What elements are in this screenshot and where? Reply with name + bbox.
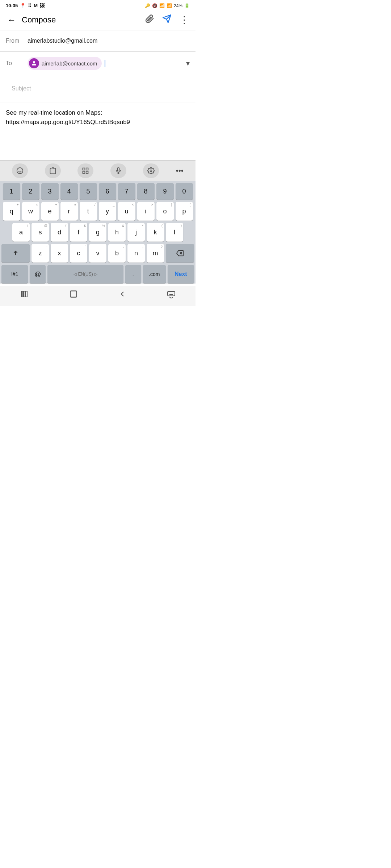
key-y[interactable]: _y xyxy=(99,202,116,221)
shift-button[interactable] xyxy=(1,244,30,263)
back-button[interactable]: ← xyxy=(5,13,18,27)
subject-placeholder[interactable]: Subject xyxy=(6,80,37,97)
key-o[interactable]: [o xyxy=(156,202,174,221)
key-c[interactable]: "c xyxy=(70,244,87,263)
svg-point-3 xyxy=(17,168,23,174)
key-i[interactable]: >i xyxy=(137,202,155,221)
keyboard-zxcv-row: -z x "c v :b ;n ?m xyxy=(1,244,194,263)
dots-icon: ⠿ xyxy=(28,3,31,8)
key-t[interactable]: /t xyxy=(80,202,97,221)
keyboard-qwerty-row: +q ×w ÷e =r /t _y <u >i [o ]p xyxy=(1,202,194,221)
svg-rect-11 xyxy=(117,168,119,171)
key-9[interactable]: 9 xyxy=(156,183,174,200)
home-button[interactable] xyxy=(69,289,78,301)
keyboard-asdf-row: !a @s #d $f %g &h *j (k )l xyxy=(1,223,194,242)
key-5[interactable]: 5 xyxy=(80,183,97,200)
to-field-row[interactable]: To aimerlab@contact.com ▾ xyxy=(0,52,196,75)
key-m[interactable]: ?m xyxy=(147,244,164,263)
key-g[interactable]: %g xyxy=(89,223,106,242)
svg-rect-22 xyxy=(168,292,175,296)
key-s[interactable]: @s xyxy=(31,223,49,242)
status-right: 🔑 🔇 📶 📶 24% 🔋 xyxy=(145,3,190,8)
expand-recipients-button[interactable]: ▾ xyxy=(186,59,190,68)
key-2[interactable]: 2 xyxy=(22,183,39,200)
key-1[interactable]: 1 xyxy=(3,183,20,200)
chip-email: aimerlab@contact.com xyxy=(42,60,97,67)
key-x[interactable]: x xyxy=(51,244,68,263)
dotcom-button[interactable]: .com xyxy=(143,265,166,284)
more-tools-button[interactable]: ••• xyxy=(176,167,184,175)
key-0[interactable]: 0 xyxy=(176,183,193,200)
backspace-button[interactable] xyxy=(166,244,194,263)
keyboard-toolbar: ••• xyxy=(0,160,196,181)
location-icon: 📍 xyxy=(20,3,26,8)
key-f[interactable]: $f xyxy=(70,223,87,242)
key-j[interactable]: *j xyxy=(127,223,145,242)
battery-text: 24% xyxy=(174,3,182,8)
key-d[interactable]: #d xyxy=(51,223,68,242)
key-icon: 🔑 xyxy=(145,3,150,8)
wifi-icon: 📶 xyxy=(159,3,165,8)
from-field-row: From aimerlabstudio@gmail.com xyxy=(0,30,196,51)
next-button[interactable]: Next xyxy=(168,265,194,284)
key-4[interactable]: 4 xyxy=(60,183,78,200)
key-w[interactable]: ×w xyxy=(22,202,39,221)
key-a[interactable]: !a xyxy=(12,223,30,242)
key-n[interactable]: ;n xyxy=(127,244,145,263)
key-u[interactable]: <u xyxy=(118,202,135,221)
key-e[interactable]: ÷e xyxy=(41,202,59,221)
time: 10:05 xyxy=(6,3,18,8)
key-7[interactable]: 7 xyxy=(118,183,135,200)
recipient-chip[interactable]: aimerlab@contact.com xyxy=(28,57,102,70)
chip-avatar xyxy=(29,58,39,68)
emoji-button[interactable] xyxy=(12,163,28,178)
keyboard-number-row: 1 2 3 4 5 6 7 8 9 0 xyxy=(1,183,194,200)
key-b[interactable]: :b xyxy=(108,244,126,263)
svg-rect-9 xyxy=(83,171,85,174)
keyboard-hide-button[interactable] xyxy=(167,290,176,301)
space-key[interactable]: ◁ EN(US) ▷ xyxy=(47,265,123,284)
gmail-icon: M xyxy=(34,3,38,8)
back-nav-button[interactable] xyxy=(118,290,127,301)
key-v[interactable]: v xyxy=(89,244,106,263)
signal-icon: 📶 xyxy=(167,3,172,8)
key-3[interactable]: 3 xyxy=(41,183,59,200)
battery-icon: 🔋 xyxy=(184,3,190,8)
more-button[interactable]: ⋮ xyxy=(178,13,190,27)
navigation-bar xyxy=(0,286,196,306)
attach-button[interactable] xyxy=(143,13,156,27)
key-h[interactable]: &h xyxy=(108,223,126,242)
clipboard-button[interactable] xyxy=(45,163,61,178)
to-label: To xyxy=(6,60,28,67)
key-r[interactable]: =r xyxy=(60,202,78,221)
app-bar-icons: ⋮ xyxy=(143,13,190,27)
from-value: aimerlabstudio@gmail.com xyxy=(28,38,190,44)
key-l[interactable]: )l xyxy=(166,223,183,242)
body-text: See my real-time location on Maps: https… xyxy=(6,109,130,125)
page-title: Compose xyxy=(22,15,140,25)
recents-button[interactable] xyxy=(20,290,29,301)
mute-icon: 🔇 xyxy=(152,3,157,8)
key-6[interactable]: 6 xyxy=(99,183,116,200)
subject-field-row[interactable]: Subject xyxy=(0,75,196,102)
grid-button[interactable] xyxy=(77,163,93,178)
email-body[interactable]: See my real-time location on Maps: https… xyxy=(0,102,196,160)
svg-rect-20 xyxy=(26,291,27,297)
key-z[interactable]: -z xyxy=(31,244,49,263)
symbols-button[interactable]: !#1 xyxy=(1,265,28,284)
send-button[interactable] xyxy=(161,13,173,27)
text-cursor xyxy=(105,60,105,67)
keyboard-bottom-row: !#1 @ ◁ EN(US) ▷ . .com Next xyxy=(1,265,194,284)
period-button[interactable]: . xyxy=(125,265,141,284)
at-button[interactable]: @ xyxy=(30,265,46,284)
svg-rect-8 xyxy=(86,168,88,170)
key-8[interactable]: 8 xyxy=(137,183,155,200)
key-p[interactable]: ]p xyxy=(176,202,193,221)
key-k[interactable]: (k xyxy=(147,223,164,242)
key-q[interactable]: +q xyxy=(3,202,20,221)
gallery-icon: 🖼 xyxy=(40,3,45,8)
microphone-button[interactable] xyxy=(110,163,126,178)
settings-button[interactable] xyxy=(143,163,159,178)
to-field-content: aimerlab@contact.com xyxy=(28,57,186,70)
svg-rect-19 xyxy=(24,291,25,297)
